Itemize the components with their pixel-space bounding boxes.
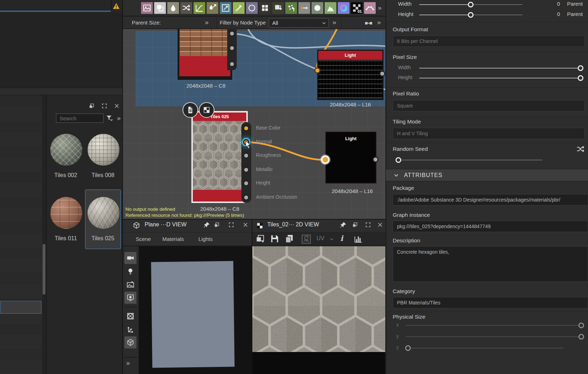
- explorer-row[interactable]: [0, 323, 42, 336]
- random-seed-slider[interactable]: [396, 160, 542, 160]
- explorer-row[interactable]: [0, 285, 42, 298]
- parent-size-overflow[interactable]: »: [205, 18, 208, 26]
- input-port-highlight[interactable]: [321, 155, 330, 164]
- display-settings-button[interactable]: [124, 292, 136, 304]
- prop-width-mode[interactable]: Parent: [567, 1, 583, 7]
- view2d-float-button[interactable]: [352, 222, 358, 228]
- input-port-connected[interactable]: [314, 67, 320, 73]
- toolbar-icon-gradient-map[interactable]: [272, 2, 284, 14]
- node-type-dropdown[interactable]: All: [269, 18, 329, 28]
- export-image-icon[interactable]: [301, 234, 311, 244]
- toolbar-icon-blend[interactable]: [154, 2, 166, 14]
- uv-chevron-down-icon[interactable]: [329, 236, 335, 242]
- library-close-button[interactable]: [114, 103, 120, 109]
- toolbar-overflow-chevron[interactable]: »: [378, 4, 381, 12]
- camera-button[interactable]: [124, 252, 136, 264]
- explorer-row[interactable]: [0, 159, 42, 171]
- filter-funnel-icon[interactable]: [106, 114, 113, 122]
- explorer-row[interactable]: [0, 120, 42, 133]
- prop-width-value[interactable]: 0: [546, 1, 560, 7]
- output-port[interactable]: [229, 61, 235, 67]
- explorer-row[interactable]: [0, 95, 42, 108]
- node-tiles-025[interactable]: Tiles 025: [191, 111, 248, 203]
- description-textarea[interactable]: Concrete hexagon tiles,: [393, 246, 588, 282]
- toolbar-icon-directional-blur[interactable]: [207, 2, 218, 14]
- output-port-roughness[interactable]: [243, 153, 249, 159]
- resource-bitmap-button[interactable]: [199, 102, 214, 118]
- toolbar-icon-tile-sampler[interactable]: [259, 2, 271, 14]
- output-port[interactable]: [373, 156, 379, 163]
- prop-height-slider[interactable]: [419, 15, 522, 15]
- package-field[interactable]: :/adobe/Adobe Substance 3D Designer/reso…: [393, 194, 588, 205]
- view2d-maximize-button[interactable]: [365, 222, 371, 228]
- output-port-ambient-occlusion[interactable]: [243, 194, 249, 200]
- toolbar-icon-shape[interactable]: [246, 2, 258, 14]
- library-item-tiles-011[interactable]: Tiles 011: [48, 189, 84, 249]
- explorer-row[interactable]: [0, 133, 42, 145]
- output-port[interactable]: [229, 45, 235, 51]
- explorer-row[interactable]: [0, 247, 42, 259]
- view3d-close-button[interactable]: [242, 222, 248, 228]
- warning-icon[interactable]: [112, 2, 120, 10]
- tab-materials[interactable]: Materials: [162, 236, 184, 242]
- toolbar-icon-curve[interactable]: [194, 2, 205, 14]
- toolbar-icon-value-processor[interactable]: 01: [351, 2, 363, 14]
- toolbar-icon-uniform-color[interactable]: [141, 2, 153, 14]
- node-light-top[interactable]: Light: [317, 50, 383, 100]
- info-icon[interactable]: i: [340, 234, 343, 243]
- explorer-row[interactable]: [0, 348, 42, 361]
- explorer-scrollbar[interactable]: [42, 95, 46, 374]
- toolbar-icon-blur[interactable]: [167, 2, 179, 14]
- explorer-row[interactable]: [0, 197, 42, 209]
- prop-width-slider[interactable]: [419, 4, 522, 5]
- toolbar-icon-warp[interactable]: [220, 2, 231, 14]
- explorer-selected-row[interactable]: [0, 301, 41, 314]
- toolbar-icon-morph[interactable]: [298, 2, 310, 14]
- top-left-input[interactable]: [0, 0, 111, 12]
- view3d-float-button[interactable]: [214, 222, 220, 228]
- explorer-row[interactable]: [0, 108, 42, 120]
- explorer-row[interactable]: [0, 336, 42, 348]
- prop-height-value[interactable]: 0: [546, 11, 560, 17]
- view3d-maximize-button[interactable]: [228, 222, 234, 228]
- tiling-mode-field[interactable]: H and V Tiling: [393, 128, 585, 139]
- link-overflow[interactable]: »: [377, 18, 380, 26]
- search-input[interactable]: [56, 114, 103, 123]
- tab-lights[interactable]: Lights: [198, 236, 213, 242]
- tab-scene[interactable]: Scene: [136, 236, 151, 242]
- explorer-row[interactable]: [0, 273, 42, 285]
- library-item-tiles-008[interactable]: Tiles 008: [85, 126, 121, 186]
- pixel-ratio-field[interactable]: Square: [393, 100, 585, 111]
- output-port[interactable]: [229, 31, 235, 37]
- pixel-width-slider[interactable]: [419, 68, 583, 68]
- output-port[interactable]: [379, 71, 385, 77]
- explorer-row[interactable]: [0, 361, 42, 374]
- attributes-header[interactable]: ATTRIBUTES: [386, 169, 588, 181]
- filter-overflow[interactable]: »: [332, 18, 336, 26]
- explorer-row[interactable]: [0, 184, 42, 196]
- view2d-viewport[interactable]: [252, 246, 385, 352]
- toolbar-icon-shape-mapper[interactable]: [312, 2, 323, 14]
- axes-button[interactable]: [124, 323, 136, 335]
- pin-icon[interactable]: [340, 221, 347, 229]
- explorer-row[interactable]: [0, 222, 42, 234]
- library-item-tiles-025[interactable]: Tiles 025: [85, 189, 121, 249]
- output-port-height[interactable]: [243, 180, 249, 186]
- library-item-tiles-002[interactable]: Tiles 002: [48, 126, 84, 186]
- explorer-row[interactable]: [0, 146, 42, 158]
- histogram-icon[interactable]: [354, 234, 363, 243]
- uv-dropdown[interactable]: UV: [317, 235, 324, 242]
- light-bulb-button[interactable]: [124, 265, 136, 277]
- node-light-bottom[interactable]: Light: [325, 132, 376, 183]
- shuffle-icon[interactable]: [576, 145, 585, 153]
- resource-doc-button[interactable]: [183, 102, 198, 118]
- prop-height-mode[interactable]: Parent: [567, 11, 583, 17]
- mesh-cube-button[interactable]: [124, 336, 136, 348]
- pin-icon[interactable]: [203, 221, 210, 229]
- output-port-metallic[interactable]: [243, 167, 249, 173]
- explorer-row[interactable]: [0, 209, 42, 221]
- copy-icon[interactable]: [285, 234, 294, 243]
- scrollbar-thumb[interactable]: [43, 244, 45, 295]
- explorer-row[interactable]: [0, 235, 42, 247]
- output-port-base-color[interactable]: [243, 125, 249, 131]
